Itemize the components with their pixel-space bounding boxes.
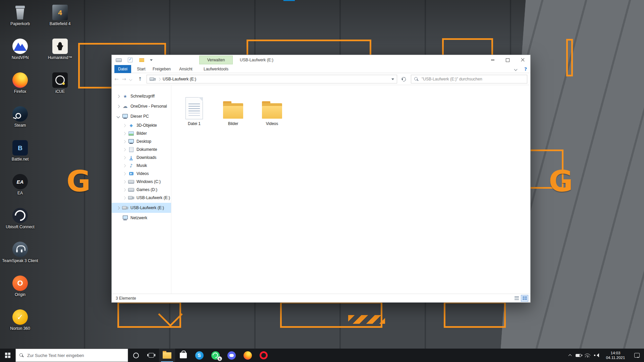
minimize-button[interactable] (485, 55, 500, 65)
desktop-icon-ubisoft-connect[interactable]: Ubisoft Connect (5, 206, 36, 240)
taskbar-pinned-firefox[interactable] (239, 349, 256, 362)
chevron-right-icon[interactable] (123, 148, 126, 151)
chevron-right-icon[interactable] (117, 95, 120, 98)
chevron-right-icon[interactable] (123, 188, 126, 191)
desktop-icon-humankind[interactable]: Humankind™ (45, 37, 75, 70)
close-button[interactable] (515, 55, 530, 65)
chevron-right-icon[interactable] (123, 172, 126, 175)
chevron-right-icon[interactable] (123, 124, 126, 127)
up-button[interactable] (138, 77, 142, 82)
file-item-datei1[interactable]: Datei 1 (175, 94, 214, 126)
sidebar-item-dieser-pc[interactable]: Dieser PC (112, 111, 171, 121)
properties-check-icon[interactable] (127, 57, 133, 63)
sidebar-item-games-d[interactable]: Games (D:) (112, 186, 171, 194)
sidebar-item-3d-objekte[interactable]: 3D-Objekte (112, 121, 171, 129)
3d-objects-icon (128, 123, 134, 128)
taskbar-pinned-whatsapp[interactable]: 5 (207, 349, 223, 362)
desktop-icon-battlenet[interactable]: B Battle.net (5, 138, 36, 172)
sidebar-item-downloads[interactable]: Downloads (112, 154, 171, 162)
taskbar-pinned-file-explorer[interactable] (159, 349, 175, 362)
desktop-icon-battlefield4[interactable]: 4 Battlefield 4 (45, 3, 75, 37)
taskbar-search-box[interactable] (15, 349, 128, 362)
tab-freigeben[interactable]: Freigeben (151, 65, 173, 73)
forward-button[interactable] (122, 77, 126, 82)
large-icons-view-button[interactable] (521, 295, 528, 302)
breadcrumb-chevron-icon[interactable] (158, 77, 161, 81)
desktop-icon-ea[interactable]: EA EA (5, 172, 36, 206)
action-center-button[interactable] (630, 349, 644, 362)
explorer-search-box[interactable] (411, 75, 527, 83)
chevron-right-icon[interactable] (123, 196, 126, 199)
maximize-button[interactable] (500, 55, 515, 65)
ribbon-collapse-chevron-icon[interactable] (514, 67, 517, 71)
desktop-icon-origin[interactable]: O Origin (5, 274, 36, 307)
chevron-right-icon[interactable] (117, 206, 120, 209)
titlebar[interactable]: Verwalten USB-Laufwerk (E:) (112, 55, 530, 65)
chevron-down-icon[interactable] (117, 115, 120, 118)
desktop-icon-firefox[interactable]: Firefox (5, 70, 36, 104)
back-button[interactable] (114, 77, 119, 82)
taskbar-pinned-microsoft-store[interactable] (175, 349, 191, 362)
desktop-icon-teamspeak[interactable]: TeamSpeak 3 Client (5, 240, 36, 274)
desktop-monitor-icon (128, 139, 134, 144)
sidebar-item-onedrive[interactable]: OneDrive - Personal (112, 101, 171, 111)
taskbar-pinned-skype[interactable]: S (191, 349, 207, 362)
chevron-right-icon[interactable] (123, 132, 126, 135)
folder-item-videos[interactable]: Videos (253, 94, 291, 126)
sidebar-item-musik[interactable]: Musik (112, 162, 171, 170)
address-dropdown-chevron-icon[interactable] (391, 78, 394, 81)
tab-ansicht[interactable]: Ansicht (176, 65, 196, 73)
cortana-button[interactable] (128, 349, 144, 362)
sidebar-item-windows-c[interactable]: Windows (C:) (112, 178, 171, 186)
explorer-search-input[interactable] (421, 76, 524, 82)
tray-overflow-button[interactable] (566, 349, 574, 362)
taskbar-pinned-discord[interactable] (223, 349, 239, 362)
chevron-right-icon[interactable] (123, 140, 126, 143)
sidebar-item-dokumente[interactable]: Dokumente (112, 145, 171, 154)
tab-datei[interactable]: Datei (114, 65, 131, 73)
sidebar-item-schnellzugriff[interactable]: Schnellzugriff (112, 91, 171, 101)
desktop-icon-nordvpn[interactable]: NordVPN (5, 37, 36, 70)
refresh-button[interactable] (399, 75, 408, 83)
qat-customize-chevron-icon[interactable] (150, 59, 153, 62)
sidebar-item-netzwerk[interactable]: Netzwerk (112, 213, 171, 223)
sidebar-item-desktop[interactable]: Desktop (112, 137, 171, 145)
start-button[interactable] (0, 349, 15, 362)
chevron-right-icon[interactable] (123, 180, 126, 183)
wifi-icon (585, 353, 590, 357)
address-bar[interactable]: USB-Laufwerk (E:) (147, 75, 397, 83)
desktop-icon-norton360[interactable]: ✓ Norton 360 (5, 307, 36, 341)
chevron-right-icon[interactable] (123, 156, 126, 159)
sidebar-item-usb-laufwerk-selected[interactable]: USB-Laufwerk (E:) (112, 203, 171, 213)
usb-drive-icon (128, 195, 134, 200)
recent-locations-chevron-icon[interactable] (129, 77, 132, 81)
sidebar-item-bilder[interactable]: Bilder (112, 129, 171, 137)
contextual-tab-verwalten[interactable]: Verwalten (199, 56, 233, 64)
chevron-right-icon[interactable] (117, 105, 120, 108)
folder-item-bilder[interactable]: Bilder (214, 94, 253, 126)
help-icon[interactable] (524, 66, 527, 72)
taskbar-search-input[interactable] (26, 353, 124, 358)
taskbar-pinned-opera[interactable] (256, 349, 272, 362)
sidebar-item-usb-laufwerk-child[interactable]: USB-Laufwerk (E:) (112, 194, 171, 202)
details-view-button[interactable] (513, 295, 520, 302)
breadcrumb-drive[interactable]: USB-Laufwerk (E:) (163, 77, 196, 81)
wallpaper-g-monogram: G (66, 167, 91, 196)
volume-status[interactable] (592, 349, 601, 362)
task-view-button[interactable] (144, 349, 159, 362)
network-status[interactable] (583, 349, 592, 362)
drive-icon[interactable] (116, 57, 122, 63)
sidebar-item-videos[interactable]: Videos (112, 170, 171, 178)
status-bar: 3 Elemente (112, 294, 530, 302)
tab-start[interactable]: Start (133, 65, 149, 73)
desktop-icon-papierkorb[interactable]: Papierkorb (5, 3, 36, 37)
music-icon (128, 163, 134, 168)
file-list[interactable]: Datei 1 Bilder Videos (171, 85, 530, 294)
chevron-right-icon[interactable] (123, 164, 126, 167)
desktop-icon-steam[interactable]: Steam (5, 104, 36, 138)
taskbar-clock[interactable]: 14:03 04.11.2021 (601, 349, 630, 362)
battery-status[interactable] (574, 349, 583, 362)
tab-laufwerktools[interactable]: Laufwerktools (199, 65, 233, 73)
desktop-icon-icue[interactable]: iCUE (45, 70, 75, 104)
new-folder-icon[interactable] (139, 57, 145, 63)
